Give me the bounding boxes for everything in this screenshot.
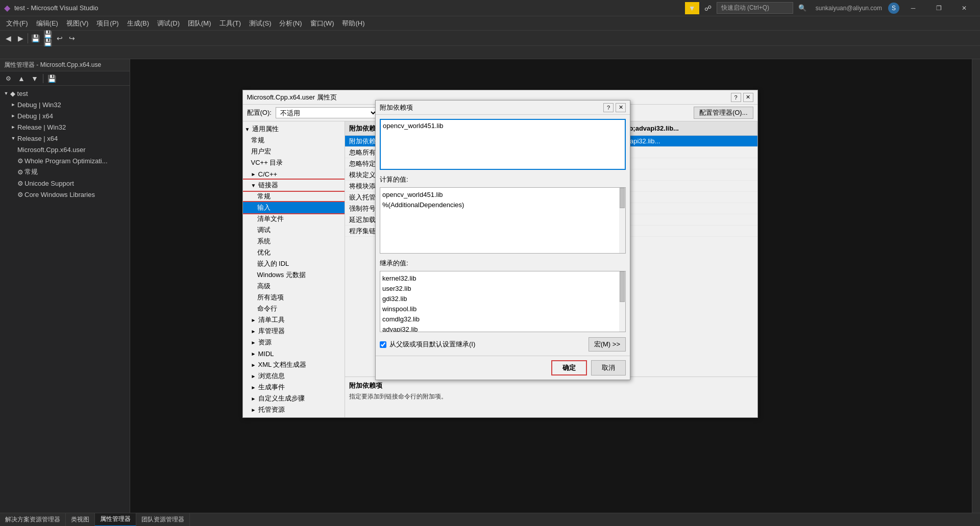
menu-project[interactable]: 项目(P)	[92, 17, 122, 30]
menu-file[interactable]: 文件(F)	[2, 17, 32, 30]
tab-team-explorer[interactable]: 团队资源管理器	[136, 513, 190, 527]
search-box[interactable]: 快速启动 (Ctrl+Q)	[717, 2, 793, 14]
inherited-values-box[interactable]: kernel32.lib user32.lib gdi32.lib winspo…	[380, 271, 626, 332]
tree-item-release-win32[interactable]: ► Release | Win32	[0, 121, 130, 133]
prop-tree-item-browse[interactable]: ►浏览信息	[243, 370, 345, 382]
close-button[interactable]: ✕	[952, 0, 976, 16]
prop-tree-item-vc-dirs[interactable]: VC++ 目录	[243, 157, 345, 168]
arrow-icon: ►	[251, 407, 258, 413]
prop-tree-item-lib-manager[interactable]: ►库管理器	[243, 325, 345, 337]
search-icon[interactable]: 🔍	[795, 4, 810, 12]
main-content: Microsoft.Cpp.x64.user 属性页 ? ✕ 配置(O): 不适…	[130, 59, 972, 513]
prop-tree-item-embedded-idl[interactable]: 嵌入的 IDL	[243, 258, 345, 269]
arrow-icon: ►	[9, 102, 17, 107]
add-dep-help-button[interactable]: ?	[603, 103, 614, 112]
toolbar-forward[interactable]: ▶	[14, 32, 27, 44]
prop-tree-item-linker-general[interactable]: 常规	[243, 191, 345, 202]
tree-item-unicode[interactable]: ⚙ Unicode Support	[0, 178, 130, 189]
app-title: test - Microsoft Visual Studio	[14, 4, 99, 12]
tab-class-view[interactable]: 类视图	[66, 513, 95, 527]
sidebar-btn-up[interactable]: ▲	[15, 72, 28, 85]
sidebar-btn-down[interactable]: ▼	[29, 72, 41, 85]
computed-values-box[interactable]: opencv_world451.lib %(AdditionalDependen…	[380, 187, 626, 254]
title-bar: ◆ test - Microsoft Visual Studio ▼ ☍ 快速启…	[0, 0, 980, 16]
macro-button[interactable]: 宏(M) >>	[589, 337, 626, 352]
prop-tree-item-xml-doc[interactable]: ►XML 文档生成器	[243, 359, 345, 370]
tree-item-test[interactable]: ▼ ◆ test	[0, 88, 130, 99]
tree-item-application[interactable]: ⚙ 常规	[0, 166, 130, 178]
inherited-scrollbar[interactable]	[619, 271, 625, 332]
prop-tree-item-linker-input[interactable]: 输入	[243, 202, 345, 213]
close-button[interactable]: ✕	[743, 93, 753, 102]
filter-icon[interactable]: ▼	[685, 2, 699, 14]
prop-tree-item-system[interactable]: 系统	[243, 236, 345, 247]
tree-item-core-windows[interactable]: ⚙ Core Windows Libraries	[0, 189, 130, 200]
prop-tree-item-common[interactable]: 常规	[243, 135, 345, 146]
tab-property-manager[interactable]: 属性管理器	[95, 513, 136, 527]
toolbar-redo[interactable]: ↪	[66, 32, 78, 44]
prop-tree-item-custom-build[interactable]: ►自定义生成步骤	[243, 393, 345, 404]
menu-window[interactable]: 窗口(W)	[306, 17, 338, 30]
prop-tree-item-windows-meta[interactable]: Windows 元数据	[243, 269, 345, 281]
prop-tree-item-general[interactable]: ▼通用属性	[243, 123, 345, 135]
toolbar-back[interactable]: ◀	[2, 32, 14, 44]
dialog-overlay: Microsoft.Cpp.x64.user 属性页 ? ✕ 配置(O): 不适…	[130, 59, 972, 513]
prop-tree-item-cmdline[interactable]: 命令行	[243, 303, 345, 314]
minimize-button[interactable]: ─	[901, 0, 925, 16]
toolbar-undo[interactable]: ↩	[54, 32, 66, 44]
prop-tree-item-manifest-tool[interactable]: ►清单工具	[243, 314, 345, 325]
prop-tree-item-midl[interactable]: ►MIDL	[243, 348, 345, 359]
tree-item-whole-program[interactable]: ⚙ Whole Program Optimizati...	[0, 155, 130, 166]
sidebar-btn-settings[interactable]: ⚙	[2, 72, 14, 85]
prop-tree-item-linker[interactable]: ▼链接器	[243, 180, 345, 191]
sidebar-item-label: Release | Win32	[17, 123, 66, 131]
prop-tree-item-build-events[interactable]: ►生成事件	[243, 382, 345, 393]
computed-scrollbar[interactable]	[619, 188, 625, 253]
arrow-icon: ▼	[9, 136, 17, 141]
cancel-button[interactable]: 取消	[591, 360, 626, 375]
prop-tree-item-optimize[interactable]: 优化	[243, 247, 345, 258]
prop-tree-item-advanced[interactable]: 高级	[243, 281, 345, 292]
help-button[interactable]: ?	[731, 93, 741, 102]
config-select[interactable]: 不适用	[276, 107, 378, 118]
arrow-icon: ►	[251, 329, 258, 334]
tree-item-debug-x64[interactable]: ► Debug | x64	[0, 110, 130, 121]
prop-tree-item-managed-resources[interactable]: ►托管资源	[243, 404, 345, 415]
prop-tree-item-all-options[interactable]: 所有选项	[243, 292, 345, 303]
restore-button[interactable]: ❐	[927, 0, 950, 16]
inherited-scrollbar-thumb[interactable]	[620, 271, 625, 302]
arrow-icon: ►	[251, 373, 258, 379]
add-dep-input[interactable]: opencv_world451.lib	[380, 119, 626, 170]
computed-scrollbar-thumb[interactable]	[620, 188, 625, 208]
menu-team[interactable]: 团队(M)	[184, 17, 215, 30]
toolbar-save-all[interactable]: 💾​💾	[41, 32, 54, 44]
menu-help[interactable]: 帮助(H)	[338, 17, 369, 30]
settings-icon[interactable]: ☍	[701, 4, 715, 12]
tree-item-release-x64[interactable]: ▼ Release | x64	[0, 133, 130, 144]
prop-tree-item-manifest[interactable]: 清单文件	[243, 213, 345, 224]
inherit-label: 从父级或项目默认设置继承(I)	[389, 340, 475, 349]
ok-button[interactable]: 确定	[551, 360, 587, 375]
menu-view[interactable]: 视图(V)	[62, 17, 92, 30]
prop-tree-item-usermacros[interactable]: 用户宏	[243, 146, 345, 157]
add-dep-close-button[interactable]: ✕	[616, 103, 626, 112]
menu-test[interactable]: 测试(S)	[245, 17, 275, 30]
tree-item-cpp-user[interactable]: Microsoft.Cpp.x64.user	[0, 144, 130, 155]
tab-solution-explorer[interactable]: 解决方案资源管理器	[0, 513, 66, 527]
prop-tree-item-debug[interactable]: 调试	[243, 224, 345, 236]
tree-item-debug-win32[interactable]: ► Debug | Win32	[0, 99, 130, 110]
inherit-checkbox[interactable]	[380, 341, 386, 348]
menu-debug[interactable]: 调试(D)	[153, 17, 184, 30]
menu-edit[interactable]: 编辑(E)	[32, 17, 62, 30]
bottom-tabs: 解决方案资源管理器 类视图 属性管理器 团队资源管理器	[0, 513, 980, 526]
sidebar-btn-save[interactable]: 💾	[45, 72, 58, 85]
prop-tree-item-resources[interactable]: ►资源	[243, 337, 345, 348]
prop-tree-item-cpp[interactable]: ►C/C++	[243, 168, 345, 180]
toolbar-save[interactable]: 💾	[29, 32, 41, 44]
menu-analyze[interactable]: 分析(N)	[275, 17, 306, 30]
computed-item-2: %(AdditionalDependencies)	[382, 200, 623, 210]
user-icon[interactable]: S	[888, 3, 899, 14]
menu-build[interactable]: 生成(B)	[123, 17, 153, 30]
menu-tools[interactable]: 工具(T)	[215, 17, 246, 30]
config-manager-button[interactable]: 配置管理器(O)...	[694, 107, 753, 119]
